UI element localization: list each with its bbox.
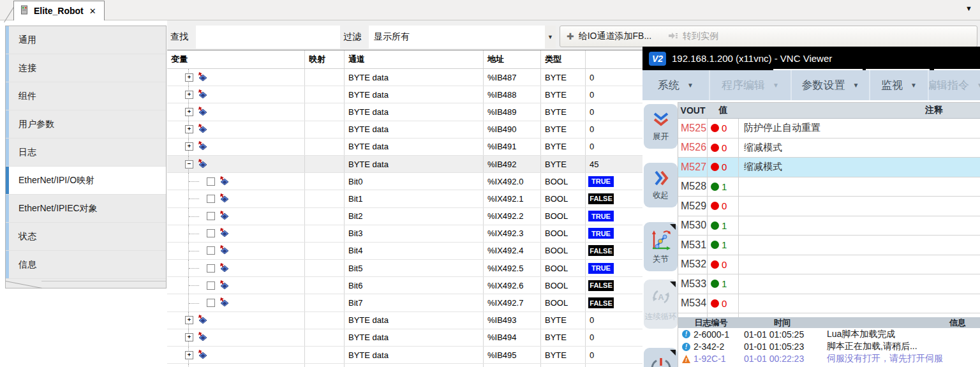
expand-icon[interactable] xyxy=(185,108,193,116)
expand-icon[interactable] xyxy=(185,160,193,169)
menu-item[interactable]: 系统 ▼ xyxy=(642,70,710,100)
type-cell: BOOL xyxy=(541,225,586,242)
vout-id: M525 xyxy=(681,123,706,134)
expand-icon[interactable] xyxy=(185,91,193,99)
filter-select[interactable]: 显示所有 xyxy=(369,26,545,49)
filter-dropdown-icon[interactable]: ▼ xyxy=(545,26,556,49)
servo-power-button[interactable] xyxy=(644,348,678,367)
vout-row[interactable]: M531 1 xyxy=(678,236,980,255)
menu-item[interactable]: 参数设置 ▼ xyxy=(792,70,870,100)
log-row[interactable]: 2-342-2 01-01 01:05:23 脚本正在加载,请稍后... xyxy=(678,340,980,352)
expand-icon[interactable] xyxy=(207,264,215,273)
chevron-down-icon: ▼ xyxy=(773,82,779,89)
channel-cell: BYTE data xyxy=(345,121,484,138)
channel-cell: Bit1 xyxy=(345,190,484,207)
log-row[interactable]: 2-6000-1 01-01 01:05:25 Lua脚本加载完成 xyxy=(678,328,980,340)
log-message: Lua脚本加载完成 xyxy=(820,329,980,340)
sidebar-item[interactable]: 通用 xyxy=(6,26,166,54)
sidebar-item[interactable]: 组件 xyxy=(6,82,166,110)
vout-row[interactable]: M529 0 xyxy=(678,197,980,216)
expand-button[interactable]: 展开 xyxy=(644,104,678,149)
address-cell: %IB493 xyxy=(484,312,541,329)
menu-item[interactable]: 监视 ▼ xyxy=(870,70,929,100)
expand-icon[interactable] xyxy=(185,125,193,133)
sidebar-item[interactable]: 用户参数 xyxy=(6,110,166,139)
vnc-title-bar[interactable]: V2 192.168.1.200 (x11vnc) - VNC Viewer xyxy=(642,47,980,70)
address-cell: %IB491 xyxy=(484,139,541,155)
variable-cell xyxy=(167,173,305,190)
address-cell: %IB495 xyxy=(484,347,541,363)
expand-icon[interactable] xyxy=(185,142,193,151)
input-variable-icon xyxy=(198,89,207,100)
address-cell: %IX492.5 xyxy=(484,260,541,276)
expand-icon[interactable] xyxy=(185,351,193,359)
tab-close-icon[interactable]: ✕ xyxy=(89,6,96,16)
joint-mode-button[interactable]: 关节 xyxy=(644,222,678,271)
vout-row[interactable]: M526 0 缩减模式 xyxy=(678,139,980,158)
sidebar-item[interactable]: EtherNet/IPI/O映射 xyxy=(6,167,166,195)
vout-row[interactable]: M528 1 xyxy=(678,177,980,197)
expand-icon[interactable] xyxy=(207,195,215,203)
log-time-col-header: 时间 xyxy=(744,317,820,329)
type-cell: BYTE xyxy=(541,156,586,172)
expand-icon[interactable] xyxy=(207,299,215,307)
vout-id: M527 xyxy=(681,161,706,173)
state-dot-icon xyxy=(711,202,719,210)
vout-id: M530 xyxy=(681,220,706,231)
address-cell: %IB487 xyxy=(484,69,541,86)
nav-accent-strip xyxy=(6,167,9,194)
channel-value: 0 xyxy=(590,73,594,82)
expand-icon[interactable] xyxy=(207,177,215,186)
vout-comment: 缩减模式 xyxy=(739,158,980,177)
tab-elite-robot[interactable]: Elite_Robot ✕ xyxy=(13,1,105,20)
menu-item[interactable]: 程序编辑 ▼ xyxy=(710,70,792,100)
vout-row[interactable]: M533 1 xyxy=(678,274,980,294)
collapse-button[interactable]: 收起 xyxy=(644,163,678,207)
find-input[interactable] xyxy=(196,26,340,49)
input-variable-icon xyxy=(198,107,207,117)
expand-icon[interactable] xyxy=(207,281,215,290)
continuous-loop-button[interactable]: A 连续循环 xyxy=(644,280,678,329)
vout-row[interactable]: M527 0 缩减模式 xyxy=(678,158,980,177)
sidebar-item[interactable]: EtherNet/IPIEC对象 xyxy=(6,195,166,223)
input-variable-icon xyxy=(219,228,229,239)
log-row[interactable]: 1-92C-1 01-01 00:22:23 伺服没有打开，请先打开伺服 xyxy=(678,353,980,365)
tab-title: Elite_Robot xyxy=(34,6,84,16)
vout-comment xyxy=(739,274,980,294)
menu-item[interactable]: 编辑指令 ▼ xyxy=(929,70,980,100)
channel-cell: BYTE data xyxy=(345,312,484,329)
address-cell: %IB489 xyxy=(484,103,541,120)
input-variable-icon xyxy=(198,350,207,361)
input-variable-icon xyxy=(219,263,229,274)
expand-icon[interactable] xyxy=(207,212,215,220)
sidebar-item[interactable]: 状态 xyxy=(6,223,166,251)
vout-id: M533 xyxy=(681,278,706,290)
vout-row[interactable]: M525 0 防护停止自动重置 xyxy=(678,119,980,139)
chevron-down-icon: ▼ xyxy=(687,82,694,89)
log-message: 脚本正在加载,请稍后... xyxy=(820,341,980,352)
sidebar-item[interactable]: 日志 xyxy=(6,139,166,167)
mapping-cell xyxy=(305,364,345,367)
expand-icon[interactable] xyxy=(185,333,193,341)
vout-row[interactable]: M530 1 xyxy=(678,216,980,236)
expand-icon[interactable] xyxy=(185,316,193,324)
expand-icon[interactable] xyxy=(207,229,215,237)
tab-list-dropdown-icon[interactable]: ▼ xyxy=(965,4,972,12)
filter-label: 过滤 xyxy=(340,26,369,49)
vout-value-cell: 0 xyxy=(708,197,739,216)
expand-icon[interactable] xyxy=(185,73,193,82)
nav-accent-strip xyxy=(6,82,9,110)
state-dot-icon xyxy=(711,260,719,269)
expand-icon[interactable] xyxy=(207,246,215,255)
add-fb-to-io-channel-button[interactable]: ✚ 给IO通道添加FB... xyxy=(567,31,651,42)
variable-cell xyxy=(167,156,305,172)
vout-row[interactable]: M532 0 xyxy=(678,255,980,275)
input-variable-icon xyxy=(198,124,207,135)
vout-row[interactable]: M534 0 xyxy=(678,294,980,314)
mapping-cell xyxy=(305,243,345,259)
mapping-cell xyxy=(305,173,345,190)
mapping-cell xyxy=(305,103,345,120)
sidebar-item[interactable]: 信息 xyxy=(6,251,166,279)
sidebar-item[interactable]: 连接 xyxy=(6,54,166,82)
goto-instance-button[interactable]: 转到实例 xyxy=(668,31,718,42)
